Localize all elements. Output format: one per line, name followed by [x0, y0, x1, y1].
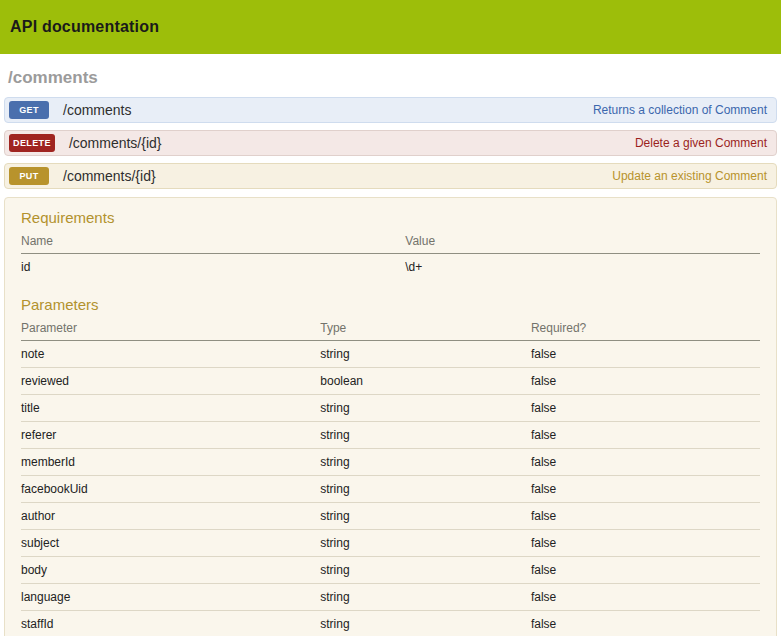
parameters-type-cell: string: [320, 530, 531, 557]
table-row: languagestringfalse: [21, 584, 760, 611]
parameters-required-cell: false: [531, 341, 760, 368]
requirements-value-cell: \d+: [405, 254, 760, 281]
parameters-type-cell: string: [320, 341, 531, 368]
operation-row-get[interactable]: GET /comments Returns a collection of Co…: [4, 97, 777, 123]
operation-description-link[interactable]: Returns a collection of Comment: [593, 103, 767, 117]
api-doc-main: /comments GET /comments Returns a collec…: [0, 68, 781, 636]
parameters-parameter-cell: reviewed: [21, 368, 320, 395]
parameters-required-cell: false: [531, 395, 760, 422]
operation-detail-panel: Requirements Name Value id\d+ Parameters…: [4, 197, 777, 636]
requirements-name-cell: id: [21, 254, 405, 281]
parameters-type-cell: string: [320, 422, 531, 449]
operation-description-link[interactable]: Update an existing Comment: [612, 169, 767, 183]
parameters-required-cell: false: [531, 557, 760, 584]
parameters-required-cell: false: [531, 584, 760, 611]
parameters-parameter-cell: subject: [21, 530, 320, 557]
parameters-required-cell: false: [531, 476, 760, 503]
parameters-parameter-cell: staffId: [21, 611, 320, 636]
table-row: staffIdstringfalse: [21, 611, 760, 636]
table-row: id\d+: [21, 254, 760, 281]
parameters-required-cell: false: [531, 503, 760, 530]
table-row: memberIdstringfalse: [21, 449, 760, 476]
parameters-parameter-cell: memberId: [21, 449, 320, 476]
http-method-badge-get: GET: [9, 101, 49, 119]
parameters-type-cell: string: [320, 476, 531, 503]
parameters-header-row: Parameter Type Required?: [21, 316, 760, 341]
parameters-required-cell: false: [531, 530, 760, 557]
parameters-col-required: Required?: [531, 316, 760, 341]
parameters-required-cell: false: [531, 449, 760, 476]
parameters-required-cell: false: [531, 368, 760, 395]
parameters-required-cell: false: [531, 611, 760, 636]
table-row: authorstringfalse: [21, 503, 760, 530]
table-row: notestringfalse: [21, 341, 760, 368]
parameters-type-cell: string: [320, 449, 531, 476]
operation-path: /comments/{id}: [63, 168, 156, 184]
requirements-heading: Requirements: [21, 209, 760, 226]
requirements-header-row: Name Value: [21, 229, 760, 254]
parameters-parameter-cell: language: [21, 584, 320, 611]
http-method-badge-delete: DELETE: [9, 134, 55, 152]
parameters-parameter-cell: body: [21, 557, 320, 584]
parameters-parameter-cell: note: [21, 341, 320, 368]
parameters-type-cell: string: [320, 557, 531, 584]
table-row: refererstringfalse: [21, 422, 760, 449]
table-row: reviewedbooleanfalse: [21, 368, 760, 395]
requirements-col-value: Value: [405, 229, 760, 254]
operation-row-delete[interactable]: DELETE /comments/{id} Delete a given Com…: [4, 130, 777, 156]
table-row: bodystringfalse: [21, 557, 760, 584]
operation-path: /comments/{id}: [69, 135, 162, 151]
requirements-col-name: Name: [21, 229, 405, 254]
parameters-parameter-cell: title: [21, 395, 320, 422]
parameters-type-cell: string: [320, 395, 531, 422]
operation-row-put[interactable]: PUT /comments/{id} Update an existing Co…: [4, 163, 777, 189]
parameters-parameter-cell: facebookUid: [21, 476, 320, 503]
operation-path: /comments: [63, 102, 131, 118]
parameters-type-cell: string: [320, 584, 531, 611]
requirements-table: Name Value id\d+: [21, 229, 760, 280]
operation-description-link[interactable]: Delete a given Comment: [635, 136, 767, 150]
parameters-required-cell: false: [531, 422, 760, 449]
http-method-badge-put: PUT: [9, 167, 49, 185]
app-header: API documentation: [0, 0, 781, 54]
parameters-type-cell: boolean: [320, 368, 531, 395]
table-row: facebookUidstringfalse: [21, 476, 760, 503]
parameters-table: Parameter Type Required? notestringfalse…: [21, 316, 760, 636]
parameters-col-parameter: Parameter: [21, 316, 320, 341]
parameters-type-cell: string: [320, 611, 531, 636]
table-row: subjectstringfalse: [21, 530, 760, 557]
parameters-parameter-cell: referer: [21, 422, 320, 449]
table-row: titlestringfalse: [21, 395, 760, 422]
resource-section-title: /comments: [8, 68, 773, 88]
parameters-type-cell: string: [320, 503, 531, 530]
parameters-parameter-cell: author: [21, 503, 320, 530]
page-title: API documentation: [10, 18, 159, 36]
parameters-heading: Parameters: [21, 296, 760, 313]
parameters-col-type: Type: [320, 316, 531, 341]
